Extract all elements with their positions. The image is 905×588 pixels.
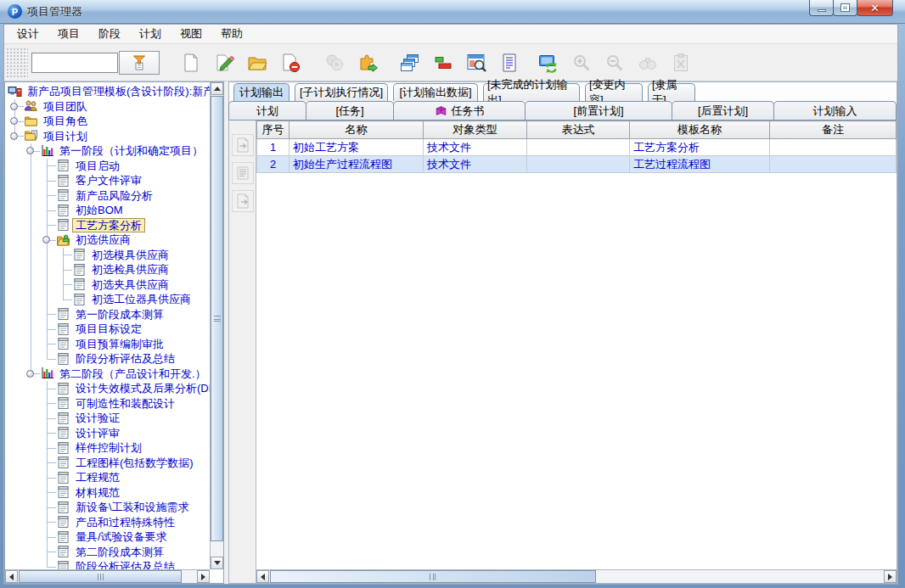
menu-item-5[interactable]: 帮助: [211, 24, 252, 44]
cell[interactable]: 初始工艺方案: [289, 139, 424, 156]
plugin-button[interactable]: [355, 50, 380, 76]
tree-expand-handle[interactable]: [42, 236, 50, 244]
scroll-thumb[interactable]: [270, 570, 596, 583]
report-button[interactable]: [497, 50, 522, 76]
tree-item-1[interactable]: 项目团队: [7, 99, 210, 115]
tree-item-18[interactable]: 阶段分析评估及总结: [7, 351, 210, 367]
maximize-button[interactable]: [833, 0, 857, 16]
gantt-button[interactable]: [430, 50, 456, 76]
tree-item-22[interactable]: 设计验证: [7, 411, 210, 426]
scroll-right-button[interactable]: [197, 570, 210, 583]
tree-item-7[interactable]: 新产品风险分析: [7, 188, 210, 204]
tab-row1-3[interactable]: [未完成的计划输出]: [483, 83, 580, 101]
tree-item-27[interactable]: 材料规范: [7, 485, 210, 501]
menu-item-0[interactable]: 设计: [8, 24, 48, 44]
tree-item-25[interactable]: 工程图样(包括数学数据): [7, 456, 210, 471]
tab-row2-0[interactable]: 计划: [228, 101, 306, 120]
tab-row2-2[interactable]: 任务书: [393, 101, 526, 120]
app-logo-icon[interactable]: P: [8, 4, 22, 19]
toolbar-grip[interactable]: [6, 48, 28, 78]
scroll-track[interactable]: [269, 570, 884, 583]
tree-item-8[interactable]: 初始BOM: [7, 203, 210, 218]
tree-item-21[interactable]: 可制造性和装配设计: [7, 396, 210, 412]
table-row-1[interactable]: 2初始生产过程流程图技术文件工艺过程流程图: [257, 156, 897, 173]
scroll-track[interactable]: [18, 570, 197, 583]
tree-item-20[interactable]: 设计失效模式及后果分析(DFM: [7, 381, 210, 396]
tree-item-15[interactable]: 第一阶段成本测算: [7, 307, 210, 322]
tab-row1-5[interactable]: [隶属于]: [648, 83, 695, 101]
tree-item-30[interactable]: 量具/试验设备要求: [7, 529, 210, 545]
menu-item-2[interactable]: 阶段: [89, 24, 130, 44]
tree-item-9[interactable]: 工艺方案分析: [7, 218, 210, 233]
tree-item-31[interactable]: 第二阶段成本测算: [7, 545, 210, 560]
tree-expand-handle[interactable]: [26, 370, 34, 378]
preview-button[interactable]: [464, 50, 489, 76]
scroll-left-button[interactable]: [5, 570, 18, 583]
new-plan-button[interactable]: [178, 50, 204, 76]
tab-row2-4[interactable]: [后置计划]: [672, 101, 774, 120]
cell[interactable]: 1: [257, 139, 289, 156]
locate-button[interactable]: [119, 51, 160, 75]
cell[interactable]: 技术文件: [424, 156, 527, 173]
tab-row1-1[interactable]: [子计划执行情况]: [295, 83, 388, 101]
refresh-button[interactable]: [536, 50, 561, 76]
tab-row1-2[interactable]: [计划输出数据]: [393, 83, 478, 101]
tree-expand-handle[interactable]: [10, 103, 18, 110]
cell[interactable]: 工艺方案分析: [630, 139, 770, 156]
menu-item-1[interactable]: 项目: [48, 24, 89, 44]
cell[interactable]: 初始生产过程流程图: [289, 156, 424, 173]
cell[interactable]: [527, 156, 630, 173]
edit-plan-button[interactable]: [211, 50, 237, 76]
scroll-down-button[interactable]: [211, 557, 223, 569]
menu-item-3[interactable]: 计划: [130, 24, 171, 44]
tree-item-0[interactable]: 新产品项目管理模板(含设计阶段):新产品: [7, 84, 210, 99]
cell[interactable]: [770, 139, 897, 156]
tree-item-3[interactable]: 项目计划: [7, 129, 210, 144]
scroll-up-button[interactable]: [211, 82, 223, 95]
tree-item-17[interactable]: 项目预算编制审批: [7, 337, 210, 352]
cell[interactable]: 2: [257, 156, 289, 173]
tree-item-16[interactable]: 项目目标设定: [7, 322, 210, 337]
tree-item-6[interactable]: 客户文件评审: [7, 173, 210, 188]
minimize-button[interactable]: [809, 0, 834, 16]
tree-item-4[interactable]: 第一阶段（计划和确定项目）: [7, 143, 210, 159]
tree-item-10[interactable]: 初选供应商: [7, 232, 210, 248]
tree-expand-handle[interactable]: [10, 117, 18, 125]
tree-item-28[interactable]: 新设备\工装和设施需求: [7, 500, 210, 515]
close-button[interactable]: ✕: [857, 0, 893, 16]
search-input[interactable]: [31, 53, 118, 73]
tab-row2-3[interactable]: [前置计划]: [525, 101, 672, 120]
tab-row1-4[interactable]: [变更内容]: [585, 83, 643, 101]
table-row-0[interactable]: 1初始工艺方案技术文件工艺方案分析: [257, 139, 897, 156]
tree-item-32[interactable]: 阶段分析评估及总结: [7, 559, 210, 569]
scroll-thumb[interactable]: [211, 96, 223, 541]
tab-row2-5[interactable]: 计划输入: [773, 101, 897, 120]
tree-item-5[interactable]: 项目启动: [7, 159, 210, 174]
tree-item-11[interactable]: 初选模具供应商: [7, 248, 210, 263]
cascade-windows-button[interactable]: [397, 50, 423, 76]
scroll-thumb[interactable]: [19, 570, 182, 583]
scroll-left-button[interactable]: [256, 570, 269, 583]
tree-item-14[interactable]: 初选工位器具供应商: [7, 292, 210, 307]
delete-plan-button[interactable]: [278, 50, 303, 76]
tree-item-2[interactable]: 项目角色: [7, 114, 210, 129]
tree-expand-handle[interactable]: [10, 132, 18, 140]
tree-item-23[interactable]: 设计评审: [7, 426, 210, 441]
scroll-right-button[interactable]: [884, 570, 897, 583]
tree-item-26[interactable]: 工程规范: [7, 470, 210, 485]
tree-expand-handle[interactable]: [26, 147, 34, 154]
tree-item-24[interactable]: 样件控制计划: [7, 440, 210, 456]
scroll-track[interactable]: [211, 95, 223, 557]
cell[interactable]: 技术文件: [424, 139, 527, 156]
menu-item-4[interactable]: 视图: [171, 24, 211, 44]
tree-item-29[interactable]: 产品和过程特殊特性: [7, 515, 210, 530]
tree-item-12[interactable]: 初选检具供应商: [7, 262, 210, 277]
cell[interactable]: [527, 139, 630, 156]
open-folder-button[interactable]: [245, 50, 270, 76]
tree-item-13[interactable]: 初选夹具供应商: [7, 277, 210, 293]
cell[interactable]: 工艺过程流程图: [630, 156, 770, 173]
cell[interactable]: [770, 156, 897, 173]
tree-item-19[interactable]: 第二阶段（产品设计和开发.）: [7, 367, 210, 382]
tab-row2-1[interactable]: [任务]: [306, 101, 394, 120]
tab-row1-0[interactable]: 计划输出: [233, 83, 289, 101]
